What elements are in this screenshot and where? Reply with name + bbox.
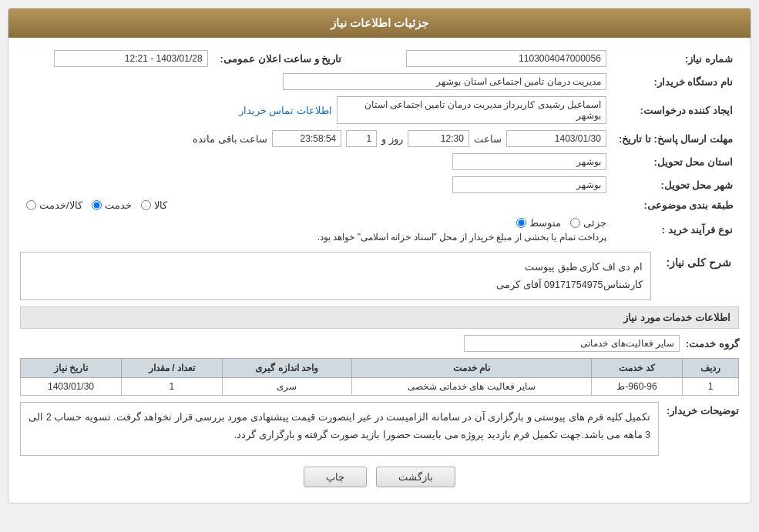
- col-qty: تعداد / مقدار: [122, 359, 223, 378]
- buyer-org-value: مدیریت درمان تامین اجتماعی استان بوشهر: [283, 73, 606, 90]
- purchase-type-label: نوع فرآیند خرید :: [613, 214, 739, 246]
- deadline-time-label: ساعت: [474, 133, 502, 145]
- service-cell-row: 1: [682, 378, 738, 396]
- service-cell-qty: 1: [122, 378, 223, 396]
- city-value: بوشهر: [452, 176, 606, 193]
- purchase-radio-motavasset[interactable]: [516, 218, 526, 228]
- purchase-type-note: پرداخت تمام یا بخشی از مبلغ خریدار از مح…: [317, 232, 606, 243]
- table-row: طبقه بندی موضوعی: کالا/خدمت خدمت: [20, 196, 739, 214]
- category-radio-group: کالا/خدمت خدمت کالا: [26, 199, 606, 211]
- page-wrapper: جزئیات اطلاعات نیاز شماره نیاز: 11030040…: [0, 0, 759, 532]
- creator-label: ایجاد کننده درخواست:: [613, 93, 739, 127]
- table-row: نام دستگاه خریدار: مدیریت درمان تامین اج…: [20, 70, 739, 93]
- col-unit: واحد اندازه گیری: [222, 359, 351, 378]
- table-row: مهلت ارسال پاسخ: تا تاریخ: 1403/01/30 سا…: [20, 127, 739, 150]
- purchase-type-radio-group: متوسط جزئی: [516, 217, 606, 229]
- announce-datetime-value: 1403/01/28 - 12:21: [54, 50, 208, 67]
- col-service-code: کد خدمت: [592, 359, 683, 378]
- category-option-kala-khedmat: کالا/خدمت: [26, 199, 82, 211]
- buyer-notes-section: توضیحات خریدار: تکمیل کلیه فرم های پیوست…: [20, 402, 739, 456]
- category-kala-khedmat-label: کالا/خدمت: [39, 199, 82, 211]
- back-button[interactable]: بازگشت: [376, 467, 455, 487]
- contact-link[interactable]: اطلاعات تماس خریدار: [239, 105, 332, 116]
- need-description-line2: کارشناس09171754975 آقای کرمی: [29, 276, 643, 294]
- purchase-type-motavasset: متوسط: [516, 217, 561, 229]
- category-khedmat-label: خدمت: [105, 199, 132, 211]
- category-option-kala: کالا: [141, 199, 167, 211]
- deadline-remaining: 23:58:54: [272, 130, 341, 147]
- category-radio-khedmat[interactable]: [92, 200, 102, 210]
- purchase-motavasset-label: متوسط: [529, 217, 561, 229]
- city-label: شهر محل تحویل:: [613, 173, 739, 196]
- table-row: شماره نیاز: 1103004047000056 تاریخ و ساع…: [20, 47, 739, 70]
- need-number-label: شماره نیاز:: [613, 47, 739, 70]
- card-body: شماره نیاز: 1103004047000056 تاریخ و ساع…: [8, 38, 751, 503]
- deadline-day: 1: [346, 130, 377, 147]
- service-group-value: سایر فعالیت‌های خدماتی: [464, 335, 680, 352]
- need-number-value: 1103004047000056: [406, 50, 606, 67]
- service-group-row: گروه خدمت: سایر فعالیت‌های خدماتی: [20, 335, 739, 352]
- table-row: ایجاد کننده درخواست: اسماعیل رشیدی کاربر…: [20, 93, 739, 127]
- purchase-radio-jozei[interactable]: [570, 218, 580, 228]
- service-cell-date: 1403/01/30: [21, 378, 122, 396]
- col-date: تاریخ نیاز: [21, 359, 122, 378]
- purchase-jozei-label: جزئی: [583, 217, 606, 229]
- info-table: شماره نیاز: 1103004047000056 تاریخ و ساع…: [20, 47, 739, 246]
- deadline-time: 12:30: [408, 130, 469, 147]
- main-card: جزئیات اطلاعات نیاز شماره نیاز: 11030040…: [8, 8, 751, 504]
- service-table-header-row: ردیف کد خدمت نام خدمت واحد اندازه گیری ت…: [21, 359, 739, 378]
- deadline-day-label: روز و: [381, 133, 403, 145]
- service-cell-name: سایر فعالیت های خدماتی شخصی: [351, 378, 592, 396]
- category-radio-kala[interactable]: [141, 200, 151, 210]
- need-description-box: ام دی اف کاری طبق پیوست کارشناس091717549…: [20, 252, 651, 300]
- province-value: بوشهر: [452, 153, 606, 170]
- category-radio-kala-khedmat[interactable]: [26, 200, 36, 210]
- need-description-title: شرح کلی نیاز:: [659, 252, 739, 273]
- button-row: بازگشت چاپ: [20, 467, 739, 487]
- service-table-row: 1960-96-طسایر فعالیت های خدماتی شخصیسری1…: [21, 378, 739, 396]
- col-row-num: ردیف: [682, 359, 738, 378]
- col-service-name: نام خدمت: [351, 359, 592, 378]
- print-button[interactable]: چاپ: [304, 467, 367, 487]
- need-description-section: شرح کلی نیاز: ام دی اف کاری طبق پیوست کا…: [20, 252, 739, 300]
- announce-datetime-label: تاریخ و ساعت اعلان عمومی:: [214, 47, 365, 70]
- service-table: ردیف کد خدمت نام خدمت واحد اندازه گیری ت…: [20, 358, 739, 396]
- page-title: جزئیات اطلاعات نیاز: [331, 16, 428, 29]
- buyer-notes-text: تکمیل کلیه فرم های پیوستی و بارگزاری آن …: [20, 402, 659, 456]
- page-header: جزئیات اطلاعات نیاز: [8, 8, 751, 38]
- table-row: شهر محل تحویل: بوشهر: [20, 173, 739, 196]
- buyer-notes-title: توضیحات خریدار:: [667, 402, 739, 417]
- service-info-title: اطلاعات خدمات مورد نیاز: [20, 306, 739, 329]
- category-option-khedmat: خدمت: [92, 199, 132, 211]
- buyer-org-label: نام دستگاه خریدار:: [613, 70, 739, 93]
- table-row: استان محل تحویل: بوشهر: [20, 150, 739, 173]
- purchase-type-jozei: جزئی: [570, 217, 606, 229]
- service-cell-code: 960-96-ط: [592, 378, 683, 396]
- creator-value: اسماعیل رشیدی کاربرداز مدیریت درمان تامی…: [337, 96, 606, 124]
- category-label: طبقه بندی موضوعی:: [613, 196, 739, 214]
- service-group-label: گروه خدمت:: [686, 338, 739, 350]
- service-cell-unit: سری: [222, 378, 351, 396]
- deadline-date: 1403/01/30: [506, 130, 606, 147]
- deadline-remaining-label: ساعت باقی مانده: [193, 133, 267, 145]
- province-label: استان محل تحویل:: [613, 150, 739, 173]
- table-row: نوع فرآیند خرید : متوسط جزئی: [20, 214, 739, 246]
- need-description-line1: ام دی اف کاری طبق پیوست: [29, 259, 643, 276]
- deadline-label: مهلت ارسال پاسخ: تا تاریخ:: [613, 127, 739, 150]
- category-kala-label: کالا: [154, 199, 167, 211]
